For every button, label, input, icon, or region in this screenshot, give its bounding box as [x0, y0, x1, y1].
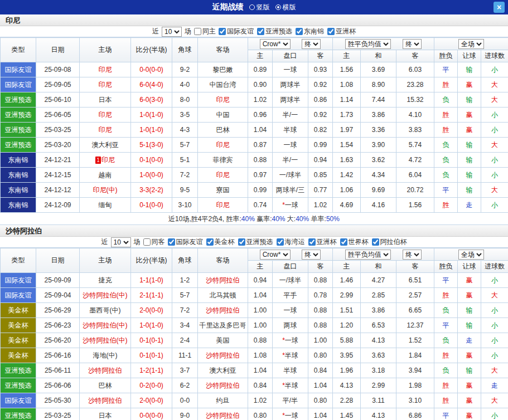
home-team-cell: 印尼 [80, 108, 131, 123]
ah-handicap: 半/一 [273, 108, 308, 123]
corner-score: 5-7 [172, 288, 198, 303]
competition-filter-item[interactable]: 美金杯 [206, 237, 235, 247]
competition-checkbox[interactable] [206, 238, 214, 246]
competition-filter-item[interactable]: 海湾运 [277, 237, 305, 247]
competition-filter-item[interactable]: 阿拉伯杯 [372, 237, 407, 247]
competition-checkbox[interactable] [257, 28, 264, 35]
competition-filter-item[interactable]: 亚洲杯 [308, 237, 337, 247]
col-handicap-header: 盘口 [273, 261, 308, 273]
competition-checkbox[interactable] [327, 28, 335, 35]
odds-home: 2.99 [333, 288, 361, 303]
competition-type-badge: 亚洲预选 [1, 123, 36, 138]
competition-checkbox[interactable] [219, 28, 226, 35]
same-side-checkbox[interactable] [194, 28, 201, 35]
radio-vertical[interactable]: 竖版 [249, 3, 270, 12]
team-title: 沙特阿拉伯 [0, 225, 508, 237]
competition-filter-item[interactable]: 国际友谊 [168, 237, 203, 247]
competition-filter-item[interactable]: 亚洲杯 [327, 27, 356, 36]
competition-filter-item[interactable]: 世界杯 [340, 237, 369, 247]
away-team-cell: 中国台湾 [198, 77, 248, 92]
ah-handicap: 一/球半 [273, 273, 308, 288]
same-side-filter[interactable]: 同客 [143, 237, 165, 247]
ah-away-odds: 0.92 [308, 77, 333, 92]
ah-home-odds: 1.08 [248, 348, 273, 363]
match-date: 25-06-10 [36, 92, 80, 108]
competition-type-badge: 东南锦 [1, 198, 36, 213]
col-type-header: 类型 [1, 248, 36, 273]
euro-odds-select[interactable]: 胜平负均值 [345, 250, 391, 260]
radio-horizontal[interactable]: 横版 [275, 3, 296, 12]
away-team: 黎巴嫩 [213, 66, 233, 74]
odds-home: 3.95 [333, 348, 361, 363]
competition-filter-item[interactable]: 亚洲预选 [238, 237, 273, 247]
result-outcome: 平 [434, 62, 458, 77]
competition-filter-item[interactable]: 亚洲预选 [257, 27, 292, 36]
same-side-filter[interactable]: 同主 [194, 27, 216, 36]
asian-final-select[interactable]: 终 [302, 250, 321, 260]
competition-checkbox[interactable] [238, 238, 245, 246]
odds-company-select[interactable]: Crow* [260, 250, 291, 260]
close-button[interactable]: × [494, 2, 505, 13]
odds-home: 1.20 [333, 318, 361, 333]
odds-draw: 2.85 [361, 288, 396, 303]
col-type-header: 类型 [1, 38, 36, 62]
match-date: 25-06-06 [36, 378, 80, 393]
match-count-select[interactable]: 10 [162, 27, 182, 37]
col-result-wdl-header: 胜负 [434, 50, 458, 62]
match-count-select[interactable]: 10 [111, 237, 131, 247]
asian-final-select[interactable]: 终 [302, 39, 321, 49]
competition-checkbox[interactable] [340, 238, 347, 246]
competition-filters: 国际友谊美金杯亚洲预选海湾运亚洲杯世界杯阿拉伯杯 [168, 237, 407, 247]
competition-checkbox[interactable] [168, 238, 175, 246]
competition-filter-item[interactable]: 东南锦 [296, 27, 324, 36]
competition-checkbox[interactable] [372, 238, 379, 246]
corner-score: 5-1 [172, 153, 198, 168]
result-outcome: 胜 [434, 288, 458, 303]
odds-away: 1.84 [396, 348, 434, 363]
away-team: 沙特阿拉伯 [206, 351, 240, 359]
ah-home-odds: 1.00 [248, 303, 273, 318]
result-outcome: 负 [434, 363, 458, 378]
ah-home-odds: 1.00 [248, 318, 273, 333]
away-team-cell: 沙特阿拉伯 [198, 408, 248, 420]
odds-draw: 3.11 [361, 393, 396, 408]
match-date: 25-09-08 [36, 62, 80, 77]
home-team-cell: 沙特阿拉伯(中) [80, 333, 131, 348]
col-away-header: 客场 [198, 38, 248, 62]
score: 0-2(0-0) [131, 378, 172, 393]
odds-company-select[interactable]: Crow* [260, 39, 291, 49]
euro-final-select[interactable]: 终 [403, 39, 422, 49]
odds-draw: 3.36 [361, 123, 396, 138]
same-side-checkbox[interactable] [143, 238, 151, 246]
ah-home-odds: 0.96 [248, 108, 273, 123]
scope-select[interactable]: 全场 [458, 39, 484, 49]
euro-odds-select[interactable]: 胜平负均值 [345, 39, 391, 49]
radio-vertical-label: 竖版 [257, 3, 270, 12]
ah-away-odds: 0.88 [308, 318, 333, 333]
result-handicap: 输 [458, 62, 481, 77]
competition-checkbox[interactable] [296, 28, 303, 35]
away-team: 巴林 [216, 126, 230, 134]
away-favorite-star: * [282, 201, 285, 209]
euro-final-select[interactable]: 终 [403, 250, 422, 260]
result-handicap: 赢 [458, 123, 481, 138]
competition-filter-item[interactable]: 国际友谊 [219, 27, 254, 36]
result-outcome: 平 [434, 183, 458, 198]
away-favorite-star: * [282, 351, 285, 359]
home-team-cell: 1印尼 [80, 153, 131, 168]
home-team: 沙特阿拉伯 [89, 367, 122, 374]
scope-select[interactable]: 全场 [458, 250, 484, 260]
home-team-cell: 澳大利亚 [80, 138, 131, 153]
match-row: 亚洲预选25-03-25印尼1-0(1-0)4-3巴林1.04半球0.821.9… [1, 123, 508, 138]
filter-bar: 近 10 场 同主 国际友谊亚洲预选东南锦亚洲杯 [0, 26, 508, 37]
competition-checkbox[interactable] [308, 238, 316, 246]
away-team: 沙特阿拉伯 [206, 382, 240, 389]
odds-away: 6.51 [396, 273, 434, 288]
result-handicap: 赢 [458, 288, 481, 303]
home-team: 印尼 [99, 111, 112, 119]
competition-checkbox[interactable] [277, 238, 284, 246]
near-label: 近 [152, 27, 159, 36]
corner-score: 7-2 [172, 303, 198, 318]
odds-away: 1.52 [396, 333, 434, 348]
home-team-cell: 海地(中) [80, 348, 131, 363]
